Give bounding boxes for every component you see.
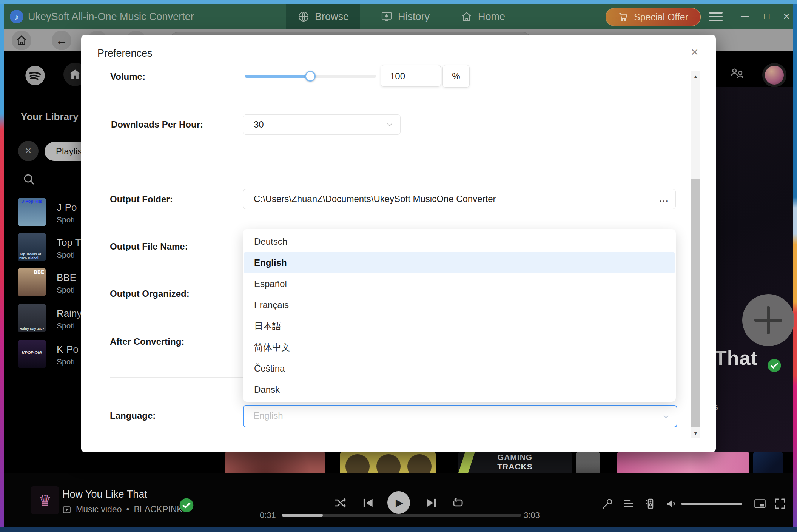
playlist-subtitle: Spoti bbox=[57, 250, 75, 259]
nav-home-button[interactable] bbox=[12, 31, 31, 50]
fullscreen-button[interactable] bbox=[773, 497, 787, 510]
user-avatar[interactable] bbox=[762, 63, 786, 87]
browse-folder-button[interactable]: … bbox=[652, 189, 675, 209]
output-folder-input[interactable]: C:\Users\ZhuanZ\Documents\UkeySoft Music… bbox=[243, 189, 652, 209]
song-downloaded-check-icon bbox=[179, 498, 194, 513]
downloads-per-hour-select[interactable]: 30 bbox=[243, 114, 401, 135]
language-label: Language: bbox=[110, 410, 156, 421]
special-offer-button[interactable]: Special Offer bbox=[606, 8, 701, 26]
volume-unit-box: % bbox=[442, 65, 470, 88]
divider bbox=[110, 377, 243, 378]
cart-icon bbox=[618, 12, 629, 22]
language-option-chinese[interactable]: 简体中文 bbox=[244, 337, 675, 358]
volume-slider-control[interactable] bbox=[245, 75, 376, 78]
seek-bar[interactable] bbox=[282, 514, 521, 517]
minimize-button[interactable]: ─ bbox=[735, 4, 754, 29]
volume-value-input[interactable]: 100 bbox=[381, 65, 441, 87]
list-item[interactable]: KPOP ON! K-Po Spoti bbox=[18, 340, 81, 370]
list-item[interactable]: Rainy Day Jazz Rainy Spoti bbox=[18, 304, 81, 334]
next-track-button[interactable] bbox=[424, 496, 439, 510]
tab-home[interactable]: Home bbox=[449, 4, 516, 29]
now-playing-title[interactable]: How You Like That bbox=[62, 489, 147, 500]
language-option-english[interactable]: English bbox=[244, 252, 675, 273]
video-title-partial: That bbox=[715, 347, 758, 369]
dialog-close-button[interactable]: × bbox=[691, 45, 698, 59]
cover-label: Rainy Day Jazz bbox=[18, 327, 46, 331]
elapsed-time: 0:31 bbox=[260, 510, 276, 520]
language-placeholder: English bbox=[253, 406, 283, 425]
album-cover-6[interactable] bbox=[753, 452, 783, 473]
dialog-scrollbar[interactable]: ▲ ▼ bbox=[691, 71, 700, 438]
volume-slider-handle[interactable] bbox=[305, 71, 316, 82]
queue-button[interactable] bbox=[622, 497, 635, 510]
downloads-per-hour-value: 30 bbox=[254, 119, 264, 130]
maximize-button[interactable]: □ bbox=[757, 4, 776, 29]
tab-browse-label: Browse bbox=[315, 11, 349, 23]
volume-slider-fill bbox=[245, 75, 311, 78]
volume-button[interactable] bbox=[664, 497, 678, 510]
list-item[interactable]: BBE BBE Spoti bbox=[18, 268, 81, 298]
add-button[interactable] bbox=[742, 294, 794, 346]
app-titlebar: ♪ UkeySoft All-in-One Music Converter Br… bbox=[4, 4, 793, 29]
close-window-button[interactable]: × bbox=[777, 4, 796, 29]
playlist-cover-bbe: BBE bbox=[18, 268, 46, 296]
history-download-icon bbox=[381, 11, 393, 23]
lyrics-mic-button[interactable] bbox=[601, 497, 614, 510]
language-option-dansk[interactable]: Dansk bbox=[244, 379, 675, 400]
scroll-down-button[interactable]: ▼ bbox=[691, 428, 700, 438]
volume-slider[interactable] bbox=[681, 503, 742, 505]
tab-history-label: History bbox=[398, 11, 430, 23]
library-title: Your Library bbox=[21, 111, 79, 123]
scroll-up-button[interactable]: ▲ bbox=[691, 71, 700, 82]
total-time: 3:03 bbox=[524, 510, 540, 520]
artist-label[interactable]: BLACKPINK bbox=[134, 504, 183, 515]
play-button[interactable]: ▶ bbox=[387, 491, 410, 514]
miniplayer-button[interactable] bbox=[753, 497, 767, 510]
tab-history[interactable]: History bbox=[369, 4, 441, 29]
now-playing-thumbnail[interactable]: ♛ bbox=[31, 486, 59, 514]
avatar-image bbox=[765, 66, 784, 85]
playlist-title: K-Po bbox=[57, 344, 79, 355]
connect-device-button[interactable] bbox=[643, 497, 656, 510]
nav-back-button[interactable]: ← bbox=[52, 31, 71, 50]
language-select[interactable]: English bbox=[243, 405, 677, 427]
globe-icon bbox=[298, 11, 310, 23]
cover-label: BBE bbox=[18, 269, 46, 275]
album-cover-4[interactable] bbox=[576, 452, 600, 473]
output-organized-label: Output Organized: bbox=[110, 288, 190, 299]
screen-edge-bottom bbox=[0, 527, 797, 532]
spotify-logo-icon bbox=[25, 65, 46, 86]
output-folder-group: C:\Users\ZhuanZ\Documents\UkeySoft Music… bbox=[243, 189, 676, 209]
album-cover-2[interactable] bbox=[340, 452, 436, 473]
list-item[interactable]: J-Pop Hits J-Po Spoti bbox=[18, 198, 81, 228]
tab-browse[interactable]: Browse bbox=[286, 4, 360, 29]
library-search-icon[interactable] bbox=[22, 172, 36, 187]
repeat-button[interactable] bbox=[451, 496, 465, 510]
volume-fill bbox=[681, 503, 742, 505]
language-option-espanol[interactable]: Español bbox=[244, 273, 675, 295]
album-cover-1[interactable] bbox=[225, 452, 325, 473]
album-cover-gaming-tracks[interactable]: GAMING TRACKS bbox=[458, 452, 572, 473]
cover-label: KPOP ON! bbox=[18, 350, 46, 355]
playlist-cover-rainy: Rainy Day Jazz bbox=[18, 304, 46, 332]
language-option-francais[interactable]: Français bbox=[244, 295, 675, 316]
clear-filter-button[interactable]: × bbox=[18, 141, 39, 161]
menu-button[interactable] bbox=[709, 12, 723, 21]
playlist-title: Top T bbox=[57, 237, 81, 248]
friend-activity-icon[interactable] bbox=[729, 66, 746, 83]
downloads-per-hour-label: Downloads Per Hour: bbox=[111, 119, 203, 130]
language-option-deutsch[interactable]: Deutsch bbox=[244, 231, 675, 252]
screen-edge-top bbox=[0, 0, 797, 4]
special-offer-label: Special Offer bbox=[634, 12, 688, 23]
cover-label: Top Tracks of 2025 Global bbox=[18, 252, 46, 260]
language-option-cestina[interactable]: Čeština bbox=[244, 358, 675, 379]
language-option-japanese[interactable]: 日本語 bbox=[244, 316, 675, 337]
playlist-subtitle: Spoti bbox=[57, 285, 75, 295]
app-logo-icon: ♪ bbox=[10, 10, 23, 23]
album-cover-5[interactable] bbox=[617, 452, 749, 473]
after-converting-label: After Converting: bbox=[110, 336, 184, 347]
list-item[interactable]: Top Tracks of 2025 Global Top T Spoti bbox=[18, 233, 81, 263]
scrollbar-thumb[interactable] bbox=[691, 179, 700, 427]
shuffle-button[interactable] bbox=[333, 496, 348, 510]
previous-track-button[interactable] bbox=[361, 496, 375, 510]
